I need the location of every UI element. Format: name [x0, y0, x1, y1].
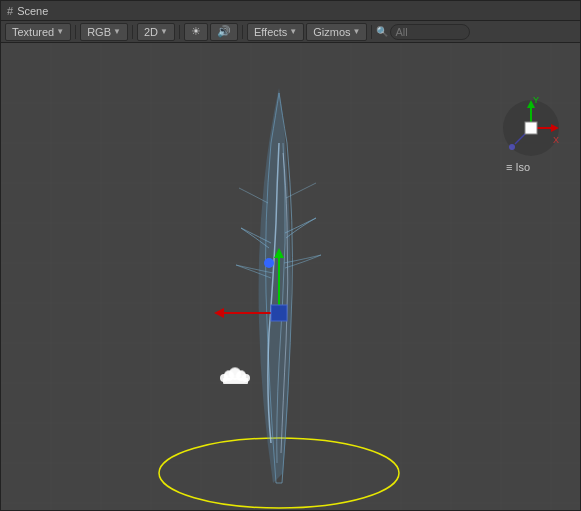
separator-2: [132, 25, 133, 39]
color-mode-dropdown[interactable]: RGB ▼: [80, 23, 128, 41]
sun-icon: ☀: [191, 25, 201, 38]
svg-text:Y: Y: [533, 95, 539, 105]
toolbar: Textured ▼ RGB ▼ 2D ▼ ☀ 🔊 Effects ▼ Gizm…: [1, 21, 580, 43]
gizmos-label: Gizmos: [313, 26, 350, 38]
scene-hash-icon: #: [7, 5, 13, 17]
window-title: Scene: [17, 5, 48, 17]
scene-viewport[interactable]: Y X ≡ Iso: [1, 43, 580, 510]
svg-text:≡ Iso: ≡ Iso: [506, 161, 530, 173]
color-mode-label: RGB: [87, 26, 111, 38]
separator-1: [75, 25, 76, 39]
svg-rect-28: [271, 305, 287, 321]
search-container: 🔍: [376, 24, 470, 40]
separator-4: [242, 25, 243, 39]
sun-button[interactable]: ☀: [184, 23, 208, 41]
gizmos-dropdown-arrow: ▼: [353, 27, 361, 36]
separator-5: [371, 25, 372, 39]
audio-button[interactable]: 🔊: [210, 23, 238, 41]
shading-mode-dropdown[interactable]: Textured ▼: [5, 23, 71, 41]
gizmos-dropdown[interactable]: Gizmos ▼: [306, 23, 367, 41]
effects-dropdown[interactable]: Effects ▼: [247, 23, 304, 41]
svg-point-48: [509, 144, 515, 150]
effects-dropdown-arrow: ▼: [289, 27, 297, 36]
search-icon: 🔍: [376, 26, 388, 37]
shading-mode-label: Textured: [12, 26, 54, 38]
scene-svg: Y X ≡ Iso: [1, 43, 580, 510]
title-bar: # Scene: [1, 1, 580, 21]
dimension-label: 2D: [144, 26, 158, 38]
svg-rect-49: [525, 122, 537, 134]
search-input[interactable]: [390, 24, 470, 40]
unity-scene-window: # Scene Textured ▼ RGB ▼ 2D ▼ ☀ 🔊 Effect…: [0, 0, 581, 511]
color-dropdown-arrow: ▼: [113, 27, 121, 36]
audio-icon: 🔊: [217, 25, 231, 38]
svg-text:X: X: [553, 135, 559, 145]
dimension-dropdown[interactable]: 2D ▼: [137, 23, 175, 41]
shading-dropdown-arrow: ▼: [56, 27, 64, 36]
separator-3: [179, 25, 180, 39]
svg-rect-39: [223, 378, 248, 384]
effects-label: Effects: [254, 26, 287, 38]
svg-point-29: [264, 258, 274, 268]
dimension-dropdown-arrow: ▼: [160, 27, 168, 36]
